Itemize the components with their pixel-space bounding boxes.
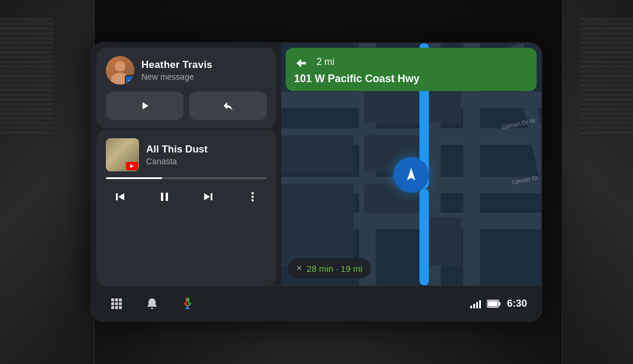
svg-marker-2 (143, 102, 148, 109)
apps-button[interactable] (106, 293, 127, 314)
left-panel: M Heather Travis New message (92, 43, 281, 285)
next-button[interactable] (196, 185, 220, 209)
pause-icon (158, 190, 171, 203)
progress-bar[interactable] (106, 177, 267, 179)
nav-distance: 2 mi (316, 57, 334, 67)
track-title: All This Dust (146, 144, 208, 155)
svg-point-9 (251, 192, 254, 194)
more-options-button[interactable] (241, 185, 264, 209)
svg-point-11 (251, 199, 254, 202)
reply-icon (222, 100, 234, 112)
svg-text:M: M (129, 79, 132, 83)
music-card: All This Dust Canasta (96, 130, 276, 285)
eta-text: 28 min · 19 mi (306, 264, 362, 274)
reply-button[interactable] (189, 92, 267, 120)
play-message-button[interactable] (106, 92, 183, 120)
vent-left (0, 18, 53, 136)
svg-rect-21 (119, 306, 122, 309)
nav-street: 101 W Pacific Coast Hwy (294, 73, 528, 85)
turn-left-arrow-icon (294, 54, 311, 70)
album-art (106, 138, 139, 171)
android-auto-screen: M Heather Travis New message (92, 43, 541, 321)
svg-rect-23 (186, 298, 187, 304)
current-location-arrow (393, 157, 429, 193)
map-background: Gilman Dr W Gilman Dr 2 mi 101 W Pacific… (281, 43, 541, 285)
svg-rect-29 (487, 301, 498, 306)
battery-icon (487, 300, 501, 308)
messenger-badge: M (125, 75, 134, 84)
artist-name: Canasta (146, 157, 208, 166)
vent-right (580, 18, 633, 136)
svg-rect-3 (116, 193, 118, 200)
microphone-icon (180, 297, 195, 311)
bottom-right-status: 6:30 (470, 298, 527, 310)
pause-button[interactable] (153, 185, 176, 209)
navigation-header: 2 mi 101 W Pacific Coast Hwy (286, 48, 537, 91)
svg-rect-28 (499, 302, 500, 306)
svg-rect-24 (188, 298, 189, 304)
time-display: 6:30 (507, 298, 527, 310)
svg-rect-15 (119, 298, 122, 301)
message-card: M Heather Travis New message (96, 48, 276, 128)
svg-marker-8 (204, 193, 210, 200)
svg-point-10 (251, 196, 254, 198)
dashboard-right-panel (562, 0, 633, 364)
svg-rect-14 (115, 298, 118, 301)
svg-marker-4 (118, 193, 124, 200)
svg-rect-18 (119, 302, 122, 305)
bottom-bar: 6:30 (92, 285, 541, 321)
svg-rect-25 (187, 306, 188, 308)
svg-rect-17 (115, 302, 118, 305)
bottom-left-controls (106, 293, 198, 314)
youtube-badge (126, 162, 138, 170)
svg-rect-5 (161, 193, 163, 201)
voice-button[interactable] (177, 293, 198, 314)
bell-icon (146, 297, 159, 310)
notifications-button[interactable] (141, 293, 163, 314)
more-vertical-icon (246, 190, 259, 203)
sender-name: Heather Travis (141, 59, 212, 71)
avatar: M (106, 56, 134, 84)
message-subtitle: New message (141, 72, 212, 82)
svg-rect-13 (111, 298, 114, 301)
skip-next-icon (202, 190, 215, 203)
compass-arrow-icon (402, 166, 420, 184)
svg-rect-20 (115, 306, 118, 309)
svg-rect-7 (211, 193, 212, 200)
previous-button[interactable] (108, 185, 132, 209)
svg-rect-26 (185, 308, 190, 309)
svg-rect-16 (111, 302, 114, 305)
play-icon (139, 100, 151, 112)
close-eta-button[interactable]: × (296, 263, 302, 274)
svg-rect-6 (166, 193, 168, 201)
dashboard-left-panel (0, 0, 95, 364)
skip-previous-icon (114, 190, 127, 203)
svg-rect-19 (111, 306, 114, 309)
eta-badge: × 28 min · 19 mi (288, 258, 371, 278)
map-panel: Gilman Dr W Gilman Dr 2 mi 101 W Pacific… (281, 43, 541, 285)
signal-icon (470, 299, 481, 308)
apps-icon (110, 297, 123, 310)
svg-marker-12 (407, 168, 415, 180)
progress-fill (106, 177, 162, 179)
